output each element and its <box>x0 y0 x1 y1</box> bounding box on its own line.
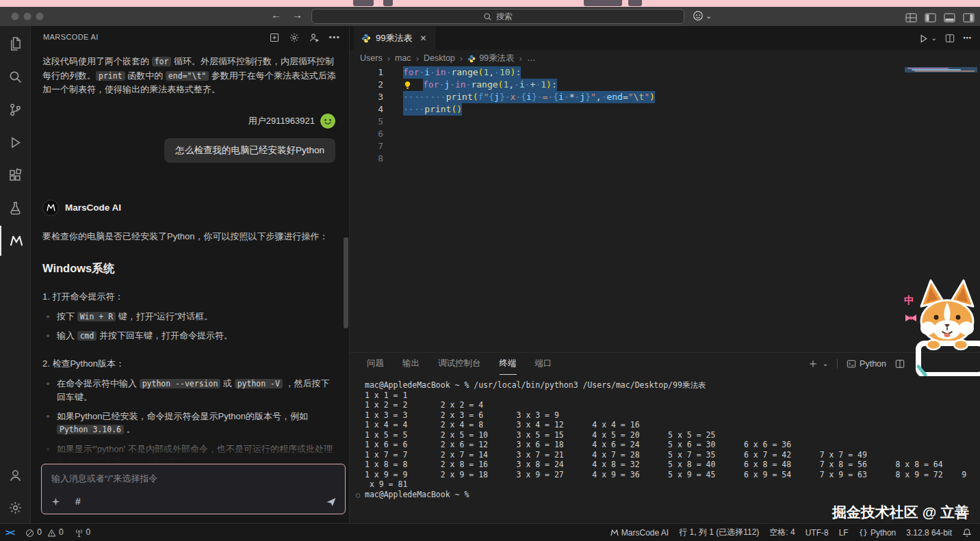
account-icon[interactable] <box>0 460 31 490</box>
terminal-instance-label[interactable]: Python <box>860 359 886 369</box>
bullet-item: 在命令提示符中输入 python --version 或 python -V ，… <box>47 377 338 404</box>
profile-menu[interactable]: ⌄ <box>693 10 712 21</box>
lightbulb-icon[interactable] <box>403 81 412 90</box>
testing-icon[interactable] <box>0 193 31 223</box>
marscode-icon[interactable] <box>0 226 31 256</box>
editor-more-icon[interactable]: ⋯ <box>963 33 972 43</box>
window-controls[interactable] <box>11 12 44 21</box>
toggle-secondary-sidebar-icon[interactable] <box>963 11 975 23</box>
panel-tab-2[interactable]: 输出 <box>402 353 420 375</box>
python-interpreter[interactable]: 3.12.8 64-bit <box>906 528 952 538</box>
tab-bar: 99乘法表 ✕ ⌄ ⋯ <box>350 26 980 50</box>
marscode-logo-icon <box>42 200 59 216</box>
command-center-search[interactable]: 搜索 <box>311 9 684 24</box>
marscode-status[interactable]: MarsCode AI <box>610 528 669 538</box>
sidebar-scrollbar[interactable] <box>344 237 348 328</box>
breadcrumb-item[interactable]: Users <box>360 53 383 63</box>
code-line-1[interactable]: 1for·i·in·range(1,·10): <box>350 66 980 79</box>
send-icon[interactable] <box>326 495 337 507</box>
cursor-position[interactable]: 行 1, 列 1 (已选择112) <box>679 527 759 538</box>
panel-tab-3[interactable]: 调试控制台 <box>438 353 481 375</box>
chat-input-box[interactable]: 输入消息或者“/”来选择指令 # <box>41 464 346 514</box>
tab-99乘法表[interactable]: 99乘法表 ✕ <box>354 26 435 50</box>
braces-icon: {} <box>859 528 868 537</box>
extensions-icon[interactable] <box>0 160 31 190</box>
account-share-icon[interactable] <box>309 31 320 43</box>
breadcrumb-item[interactable]: 99乘法表 <box>479 53 514 64</box>
ports-status[interactable]: 0 <box>75 527 91 537</box>
terminal-dropdown-icon[interactable]: ⌄ <box>823 360 828 367</box>
remote-indicator[interactable]: >< <box>5 527 14 538</box>
code-line-8[interactable]: 8 <box>350 153 980 165</box>
context-hash-icon[interactable]: # <box>75 496 81 507</box>
breadcrumb-item[interactable]: Desktop <box>424 53 455 63</box>
quick-command-icon[interactable] <box>51 495 60 507</box>
customize-layout-icon[interactable] <box>905 11 917 23</box>
language-mode[interactable]: {} Python <box>859 528 897 538</box>
run-file-icon[interactable] <box>918 32 929 43</box>
code-line-4[interactable]: 4····print() <box>350 103 980 116</box>
breadcrumb-separator: › <box>416 53 419 64</box>
zoom-window-icon[interactable] <box>36 12 44 21</box>
ai-header-row: MarsCode AI <box>42 200 338 216</box>
toggle-primary-sidebar-icon[interactable] <box>925 11 936 23</box>
more-actions-icon[interactable]: ⋯ <box>328 31 339 44</box>
eol-sequence[interactable]: LF <box>839 528 849 538</box>
go-back-icon[interactable]: ← <box>271 9 281 21</box>
tab-label: 99乘法表 <box>376 32 412 44</box>
code-lines: 1for·i·in·range(1,·10):2for·j·in·range(1… <box>350 66 980 165</box>
search-icon[interactable] <box>0 62 31 92</box>
close-tab-icon[interactable]: ✕ <box>420 34 426 43</box>
code-editor[interactable]: 1for·i·in·range(1,·10):2for·j·in·range(1… <box>350 66 980 352</box>
indentation[interactable]: 空格: 4 <box>769 527 795 538</box>
bullet-item: 按下 Win + R 键，打开“运行”对话框。 <box>47 310 338 324</box>
code-line-3[interactable]: 3········print(f"{j}·x·{i}·=·{i·*·j}",·e… <box>350 91 980 103</box>
overlay-fragment <box>584 0 622 6</box>
terminal-output[interactable]: mac@AppledeMacBook ~ % /usr/local/bin/py… <box>350 375 980 499</box>
ports-count: 0 <box>86 527 91 537</box>
code-line-5[interactable]: 5 <box>350 116 980 128</box>
search-icon <box>483 12 492 21</box>
explorer-icon[interactable] <box>0 29 31 59</box>
panel-tab-1[interactable]: 问题 <box>367 353 384 375</box>
go-forward-icon[interactable]: → <box>292 9 302 21</box>
problems-status[interactable]: 0 0 <box>25 527 63 537</box>
new-terminal-icon[interactable] <box>808 359 818 369</box>
split-terminal-icon[interactable] <box>895 359 905 369</box>
close-window-icon[interactable] <box>11 12 19 21</box>
split-editor-icon[interactable] <box>945 33 955 44</box>
titlebar: ← → 搜索 ⌄ <box>0 7 980 26</box>
code-line-7[interactable]: 7 <box>350 140 980 153</box>
step1-bullets: 按下 Win + R 键，打开“运行”对话框。输入 cmd 并按下回车键，打开命… <box>47 310 338 343</box>
bullet-item: 如果显示“'python' 不是内部或外部命令，也不是可运行的程序或批处理文件。… <box>47 443 338 464</box>
chat-history: 这段代码使用了两个嵌套的 for 循环。外层循环控制行数，内层循环控制每行的列数… <box>31 48 344 464</box>
code-line-6[interactable]: 6 <box>350 128 980 140</box>
overlay-fragment <box>628 0 642 6</box>
user-message-bubble: 怎么检查我的电脑已经安装好Python <box>164 138 335 163</box>
bullet-item: 如果Python已经安装，命令提示符会显示Python的版本号，例如 Pytho… <box>47 410 338 437</box>
new-chat-icon[interactable] <box>269 31 280 43</box>
minimap[interactable] <box>905 66 980 352</box>
source-control-icon[interactable] <box>0 94 31 124</box>
toggle-panel-icon[interactable] <box>944 11 955 23</box>
marscode-mini-icon <box>610 528 619 538</box>
step2-title: 2. 检查Python版本： <box>42 357 338 370</box>
sidebar-title: MARSCODE AI <box>43 33 269 41</box>
notifications-bell-icon[interactable] <box>962 528 972 538</box>
breadcrumb-item[interactable]: mac <box>395 53 411 63</box>
terminal-line: x 9 = 81 <box>365 479 980 490</box>
radio-tower-icon <box>75 527 83 537</box>
bottom-panel: 问题输出调试控制台终端端口 ⌄ Python mac@AppledeMacBoo… <box>350 352 980 523</box>
chat-settings-gear-icon[interactable] <box>289 31 300 43</box>
watermark: 掘金技术社区 @ 立善 <box>832 503 969 522</box>
minimize-window-icon[interactable] <box>23 12 31 21</box>
breadcrumb-item[interactable]: … <box>527 53 536 63</box>
code-line-2[interactable]: 2for·j·in·range(1,·i·+·1): <box>350 79 980 91</box>
encoding[interactable]: UTF-8 <box>805 528 829 538</box>
panel-tab-5[interactable]: 端口 <box>535 353 552 375</box>
terminal-line: ○mac@AppledeMacBook ~ % <box>365 490 980 500</box>
panel-tab-4[interactable]: 终端 <box>500 353 517 375</box>
run-dropdown-icon[interactable]: ⌄ <box>931 34 937 42</box>
run-debug-icon[interactable] <box>0 127 31 157</box>
settings-gear-icon[interactable] <box>0 492 31 523</box>
